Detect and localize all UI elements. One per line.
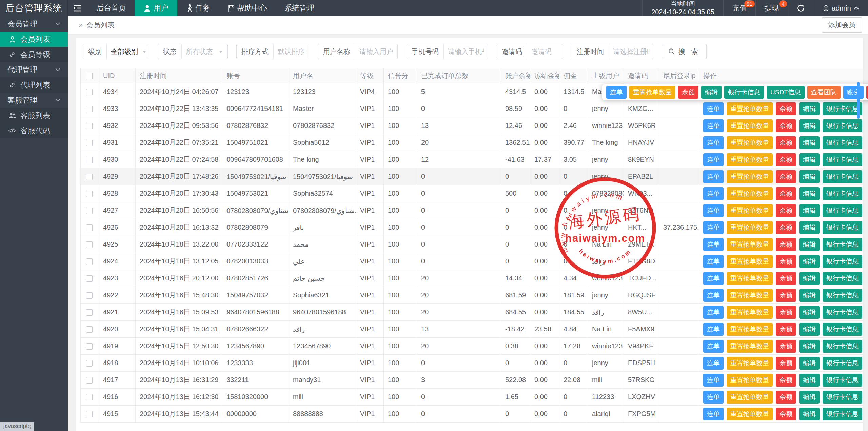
edit-button[interactable]: 编辑 <box>799 357 820 370</box>
edit-button[interactable]: 编辑 <box>799 323 820 336</box>
edit-button[interactable]: 编辑 <box>799 102 820 115</box>
balance-button[interactable]: 余额 <box>776 102 796 115</box>
chain-order-button[interactable]: 连单 <box>703 136 724 149</box>
edit-button[interactable]: 编辑 <box>799 340 820 353</box>
reset-grab-count-button[interactable]: 重置抢单数量 <box>727 136 773 149</box>
reset-grab-count-button[interactable]: 重置抢单数量 <box>727 340 773 353</box>
balance-button[interactable]: 余额 <box>776 204 796 217</box>
row-checkbox[interactable] <box>86 123 93 129</box>
bank-card-info-button[interactable]: 银行卡信息 <box>823 357 862 370</box>
chain-order-button[interactable]: 连单 <box>703 102 724 115</box>
row-checkbox[interactable] <box>86 241 93 248</box>
reset-grab-count-button[interactable]: 重置抢单数量 <box>727 374 773 387</box>
disable-button[interactable]: 禁用 <box>866 86 868 99</box>
level-filter-select[interactable]: 级别 全部级别 ▼ <box>83 44 149 59</box>
reset-grab-count-button[interactable]: 重置抢单数量 <box>727 357 773 370</box>
bank-card-info-button[interactable]: 银行卡信息 <box>823 289 862 302</box>
chain-order-button[interactable]: 连单 <box>703 238 724 251</box>
sidebar-group-agent-management[interactable]: 代理管理 <box>0 62 68 77</box>
add-member-button[interactable]: 添加会员 <box>822 17 862 33</box>
balance-button[interactable]: 余额 <box>776 340 796 353</box>
chain-order-button[interactable]: 连单 <box>703 391 724 404</box>
edit-button[interactable]: 编辑 <box>799 221 820 234</box>
admin-menu[interactable]: admin <box>814 0 868 16</box>
row-checkbox[interactable] <box>86 394 93 400</box>
edit-button[interactable]: 编辑 <box>799 170 820 183</box>
row-checkbox[interactable] <box>86 191 93 197</box>
row-checkbox[interactable] <box>86 292 93 299</box>
row-checkbox[interactable] <box>86 224 93 231</box>
balance-button[interactable]: 余额 <box>776 136 796 149</box>
sidebar-item-service-list[interactable]: 客服列表 <box>0 108 68 123</box>
username-filter-input[interactable] <box>355 48 397 56</box>
reset-grab-count-button[interactable]: 重置抢单数量 <box>727 204 773 217</box>
sidebar-group-member-management[interactable]: 会员管理 <box>0 16 68 32</box>
sort-filter-select[interactable]: 排序方式 默认排序 ▼ <box>236 44 309 59</box>
row-checkbox[interactable] <box>86 208 93 214</box>
edit-button[interactable]: 编辑 <box>799 238 820 251</box>
sidebar-group-service-management[interactable]: 客服管理 <box>0 93 68 108</box>
bank-card-info-button[interactable]: 银行卡信息 <box>823 306 862 319</box>
row-checkbox[interactable] <box>86 377 93 384</box>
balance-button[interactable]: 余额 <box>776 272 796 285</box>
sidebar-item-member-list[interactable]: 会员列表 <box>0 32 68 47</box>
chain-order-button[interactable]: 连单 <box>703 374 724 387</box>
edit-button[interactable]: 编辑 <box>799 272 820 285</box>
balance-button[interactable]: 余额 <box>776 119 796 132</box>
tab-home[interactable]: 后台首页 <box>87 0 135 16</box>
balance-button[interactable]: 余额 <box>776 170 796 183</box>
bank-card-info-button[interactable]: 银行卡信息 <box>823 119 862 132</box>
balance-button[interactable]: 余额 <box>776 255 796 268</box>
bank-card-info-button[interactable]: 银行卡信息 <box>823 153 862 166</box>
balance-button[interactable]: 余额 <box>776 391 796 404</box>
edit-button[interactable]: 编辑 <box>799 408 820 420</box>
bank-card-info-button[interactable]: 银行卡信息 <box>823 340 862 353</box>
reset-grab-count-button[interactable]: 重置抢单数量 <box>727 238 773 251</box>
edit-button[interactable]: 编辑 <box>799 153 820 166</box>
row-checkbox[interactable] <box>86 106 93 112</box>
chain-order-button[interactable]: 连单 <box>703 119 724 132</box>
select-all-checkbox[interactable] <box>86 73 93 79</box>
row-checkbox[interactable] <box>86 309 93 316</box>
balance-button[interactable]: 余额 <box>776 187 796 200</box>
balance-button[interactable]: 余额 <box>776 221 796 234</box>
balance-button[interactable]: 余额 <box>776 408 796 420</box>
bank-card-info-button[interactable]: 银行卡信息 <box>823 255 862 268</box>
refresh-button[interactable] <box>788 0 814 16</box>
balance-button[interactable]: 余额 <box>776 238 796 251</box>
recharge-button[interactable]: 充值 91 <box>723 0 755 16</box>
row-checkbox[interactable] <box>86 326 93 333</box>
chain-order-button[interactable]: 连单 <box>703 357 724 370</box>
sidebar-item-member-level[interactable]: 会员等级 <box>0 47 68 62</box>
chain-order-button[interactable]: 连单 <box>703 221 724 234</box>
row-checkbox[interactable] <box>86 360 93 367</box>
bank-card-info-button[interactable]: 银行卡信息 <box>823 136 862 149</box>
bank-card-info-button[interactable]: 银行卡信息 <box>823 187 862 200</box>
chain-order-button[interactable]: 连单 <box>703 204 724 217</box>
reset-grab-count-button[interactable]: 重置抢单数量 <box>727 272 773 285</box>
reset-grab-count-button[interactable]: 重置抢单数量 <box>727 119 773 132</box>
usdt-info-button[interactable]: USDT信息 <box>767 86 805 99</box>
tab-help-center[interactable]: 帮助中心 <box>219 0 276 16</box>
chain-order-button[interactable]: 连单 <box>703 187 724 200</box>
reset-grab-count-button[interactable]: 重置抢单数量 <box>727 255 773 268</box>
reset-grab-count-button[interactable]: 重置抢单数量 <box>727 153 773 166</box>
chain-order-button[interactable]: 连单 <box>703 408 724 420</box>
reset-grab-count-button[interactable]: 重置抢单数量 <box>727 102 773 115</box>
edit-button[interactable]: 编辑 <box>701 86 722 99</box>
status-filter-select[interactable]: 状态 所有状态 ▼ <box>158 44 228 59</box>
balance-button[interactable]: 余额 <box>776 323 796 336</box>
row-checkbox[interactable] <box>86 140 93 146</box>
scrollbar-thumb[interactable] <box>857 82 860 119</box>
bank-card-info-button[interactable]: 银行卡信息 <box>823 323 862 336</box>
chain-order-button[interactable]: 连单 <box>703 255 724 268</box>
bank-card-info-button[interactable]: 银行卡信息 <box>823 221 862 234</box>
bank-card-info-button[interactable]: 银行卡信息 <box>823 204 862 217</box>
sidebar-item-agent-list[interactable]: 代理列表 <box>0 77 68 93</box>
row-checkbox[interactable] <box>86 157 93 163</box>
reset-grab-count-button[interactable]: 重置抢单数量 <box>629 86 675 99</box>
edit-button[interactable]: 编辑 <box>799 374 820 387</box>
edit-button[interactable]: 编辑 <box>799 187 820 200</box>
bank-card-info-button[interactable]: 银行卡信息 <box>823 408 862 420</box>
collapse-menu-icon[interactable] <box>68 0 87 16</box>
